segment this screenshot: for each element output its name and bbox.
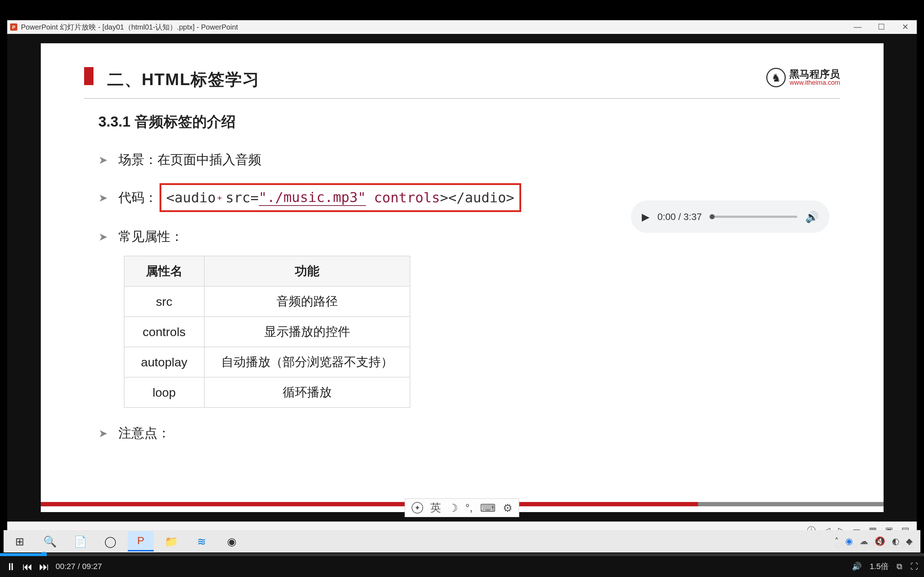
- video-controls: ⏸ ⏮ ⏭ 00:27 / 09:27 🔊 1.5倍 ⧉ ⛶: [0, 556, 924, 577]
- table-row: controls 显示播放的控件: [124, 317, 410, 347]
- file-icon[interactable]: 📄: [67, 531, 93, 551]
- attributes-table: 属性名 功能 src 音频的路径 controls 显示播放的控件: [124, 256, 411, 408]
- audio-seek-track[interactable]: [709, 216, 797, 218]
- table-row: src 音频的路径: [124, 286, 410, 317]
- play-icon[interactable]: ▶: [642, 211, 650, 223]
- windows-taskbar: ⊞ 🔍 📄 ◯ P 📁 ≋ ◉ ˄ ◉ ☁ 🔇 ◐ ◆: [3, 530, 921, 553]
- code-src-value: "./music.mp3": [259, 189, 366, 206]
- search-icon[interactable]: 🔍: [37, 531, 63, 551]
- bullet-arrow-icon: ➤: [99, 154, 108, 166]
- powerpoint-taskbar-icon[interactable]: P: [128, 531, 154, 551]
- volume-icon[interactable]: 🔊: [805, 211, 819, 223]
- window-title: PowerPoint 幻灯片放映 - [day01（html01-认知）.ppt…: [21, 23, 853, 32]
- scene-value: 在页面中插入音频: [157, 151, 261, 169]
- playback-speed[interactable]: 1.5倍: [869, 561, 888, 572]
- prev-button[interactable]: ⏮: [23, 561, 32, 573]
- code-tag-close: ></audio>: [440, 190, 514, 206]
- ime-toolbar[interactable]: ✦ 英 ☽ °, ⌨ ⚙: [405, 498, 519, 517]
- attrs-label: 常见属性：: [118, 228, 183, 246]
- pip-icon[interactable]: ⧉: [897, 562, 902, 571]
- ime-language[interactable]: 英: [430, 501, 441, 515]
- code-sample-box: <audio + src= "./music.mp3" controls ></…: [160, 183, 521, 212]
- next-button[interactable]: ⏭: [39, 561, 49, 573]
- brand-logo: ♞ 黑马程序员 www.itheima.com: [766, 68, 840, 87]
- pause-button[interactable]: ⏸: [6, 561, 16, 573]
- slide-viewport: ♞ 黑马程序员 www.itheima.com 二、HTML标签学习 3.3.1…: [7, 34, 917, 521]
- audio-time: 0:00 / 3:37: [657, 211, 702, 222]
- th-attr-name: 属性名: [124, 256, 205, 286]
- table-row: autoplay 自动播放（部分浏览器不支持）: [124, 347, 410, 377]
- title-accent-bar: [84, 67, 94, 85]
- watermark-text: CSDN @橘子味红烧肉: [835, 540, 915, 551]
- code-tag-open: <audio: [166, 190, 216, 206]
- browser-icon[interactable]: ◯: [97, 531, 123, 551]
- scene-label: 场景：: [118, 151, 157, 169]
- slide-title: 二、HTML标签学习: [107, 69, 260, 91]
- code-attr-controls: controls: [374, 190, 440, 206]
- maximize-button[interactable]: ☐: [876, 23, 887, 32]
- powerpoint-window: P PowerPoint 幻灯片放映 - [day01（html01-认知）.p…: [7, 20, 917, 539]
- fullscreen-icon[interactable]: ⛶: [910, 562, 918, 571]
- horse-icon: ♞: [766, 68, 786, 87]
- bullet-arrow-icon: ➤: [99, 230, 108, 243]
- powerpoint-icon: P: [10, 23, 17, 31]
- start-button[interactable]: ⊞: [6, 531, 32, 551]
- settings-icon[interactable]: ⚙: [503, 501, 512, 514]
- close-button[interactable]: ✕: [900, 23, 910, 32]
- punctuation-icon[interactable]: °,: [465, 501, 472, 514]
- moon-icon[interactable]: ☽: [448, 501, 458, 514]
- audio-player[interactable]: ▶ 0:00 / 3:37 🔊: [631, 200, 829, 233]
- note-label: 注意点：: [118, 424, 170, 442]
- video-time: 00:27 / 09:27: [56, 562, 102, 571]
- chrome-icon[interactable]: ◉: [219, 531, 245, 551]
- code-label: 代码：: [118, 189, 157, 206]
- volume-icon[interactable]: 🔊: [852, 562, 861, 571]
- explorer-icon[interactable]: 📁: [158, 531, 184, 551]
- slide-subtitle: 3.3.1 音频标签的介绍: [99, 112, 829, 132]
- ime-logo-icon[interactable]: ✦: [412, 502, 423, 514]
- table-row: loop 循环播放: [124, 377, 410, 408]
- code-attr-src: src=: [226, 190, 259, 206]
- video-progress-bar[interactable]: [0, 553, 924, 556]
- window-titlebar: P PowerPoint 幻灯片放映 - [day01（html01-认知）.p…: [7, 20, 917, 34]
- keyboard-icon[interactable]: ⌨: [480, 501, 496, 514]
- minimize-button[interactable]: —: [853, 23, 863, 32]
- windows-taskbar-wrapper: ⊞ 🔍 📄 ◯ P 📁 ≋ ◉ ˄ ◉ ☁ 🔇 ◐ ◆: [0, 528, 924, 553]
- vscode-icon[interactable]: ≋: [188, 531, 215, 551]
- th-attr-func: 功能: [204, 256, 410, 286]
- brand-url: www.itheima.com: [789, 79, 840, 86]
- slide: ♞ 黑马程序员 www.itheima.com 二、HTML标签学习 3.3.1…: [41, 43, 884, 512]
- bullet-arrow-icon: ➤: [99, 427, 108, 440]
- slide-footer-grey: [698, 502, 884, 506]
- brand-name: 黑马程序员: [789, 69, 840, 79]
- bullet-arrow-icon: ➤: [99, 192, 108, 204]
